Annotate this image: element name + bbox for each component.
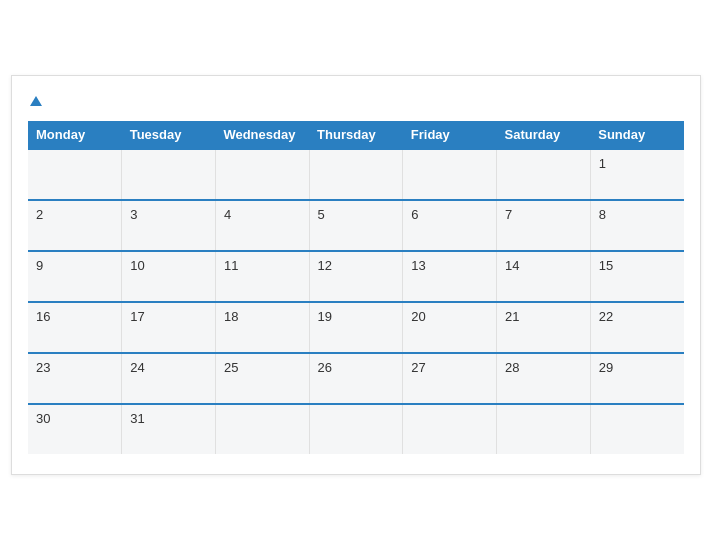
calendar-day-cell: 14 <box>497 251 591 302</box>
calendar-day-cell: 13 <box>403 251 497 302</box>
day-number: 10 <box>130 258 144 273</box>
calendar-day-cell <box>590 404 684 454</box>
calendar-day-cell: 28 <box>497 353 591 404</box>
calendar-day-cell: 18 <box>215 302 309 353</box>
calendar-week-row: 2345678 <box>28 200 684 251</box>
day-number: 27 <box>411 360 425 375</box>
calendar-day-cell: 12 <box>309 251 403 302</box>
calendar-week-row: 1 <box>28 149 684 200</box>
calendar-week-row: 16171819202122 <box>28 302 684 353</box>
calendar-container: MondayTuesdayWednesdayThursdayFridaySatu… <box>11 75 701 476</box>
day-number: 11 <box>224 258 238 273</box>
calendar-day-cell: 16 <box>28 302 122 353</box>
calendar-day-cell <box>309 404 403 454</box>
calendar-day-cell: 23 <box>28 353 122 404</box>
day-number: 19 <box>318 309 332 324</box>
day-number: 6 <box>411 207 418 222</box>
calendar-day-cell <box>309 149 403 200</box>
day-number: 26 <box>318 360 332 375</box>
calendar-day-cell: 24 <box>122 353 216 404</box>
calendar-day-cell: 1 <box>590 149 684 200</box>
day-number: 4 <box>224 207 231 222</box>
weekday-header-monday: Monday <box>28 121 122 149</box>
calendar-day-cell: 29 <box>590 353 684 404</box>
weekday-header-saturday: Saturday <box>497 121 591 149</box>
calendar-day-cell: 11 <box>215 251 309 302</box>
calendar-day-cell: 25 <box>215 353 309 404</box>
day-number: 2 <box>36 207 43 222</box>
day-number: 8 <box>599 207 606 222</box>
calendar-grid: MondayTuesdayWednesdayThursdayFridaySatu… <box>28 121 684 454</box>
weekday-header-sunday: Sunday <box>590 121 684 149</box>
day-number: 30 <box>36 411 50 426</box>
calendar-body: 1234567891011121314151617181920212223242… <box>28 149 684 454</box>
day-number: 28 <box>505 360 519 375</box>
calendar-day-cell: 20 <box>403 302 497 353</box>
weekday-header-wednesday: Wednesday <box>215 121 309 149</box>
calendar-day-cell: 26 <box>309 353 403 404</box>
calendar-day-cell: 2 <box>28 200 122 251</box>
calendar-day-cell <box>497 404 591 454</box>
calendar-day-cell: 6 <box>403 200 497 251</box>
weekday-header-tuesday: Tuesday <box>122 121 216 149</box>
day-number: 18 <box>224 309 238 324</box>
day-number: 20 <box>411 309 425 324</box>
day-number: 29 <box>599 360 613 375</box>
day-number: 3 <box>130 207 137 222</box>
weekday-header-friday: Friday <box>403 121 497 149</box>
calendar-day-cell: 5 <box>309 200 403 251</box>
calendar-day-cell <box>215 149 309 200</box>
calendar-day-cell: 3 <box>122 200 216 251</box>
calendar-day-cell <box>403 404 497 454</box>
day-number: 9 <box>36 258 43 273</box>
logo-area <box>28 92 42 110</box>
calendar-header <box>28 92 684 110</box>
calendar-week-row: 3031 <box>28 404 684 454</box>
day-number: 5 <box>318 207 325 222</box>
calendar-day-cell: 8 <box>590 200 684 251</box>
day-number: 24 <box>130 360 144 375</box>
weekday-header-thursday: Thursday <box>309 121 403 149</box>
calendar-day-cell: 9 <box>28 251 122 302</box>
day-number: 15 <box>599 258 613 273</box>
logo-triangle-icon <box>30 96 42 106</box>
calendar-day-cell: 21 <box>497 302 591 353</box>
calendar-day-cell: 27 <box>403 353 497 404</box>
day-number: 21 <box>505 309 519 324</box>
day-number: 13 <box>411 258 425 273</box>
calendar-day-cell <box>403 149 497 200</box>
day-number: 25 <box>224 360 238 375</box>
calendar-weekdays-header: MondayTuesdayWednesdayThursdayFridaySatu… <box>28 121 684 149</box>
calendar-day-cell: 31 <box>122 404 216 454</box>
calendar-day-cell: 15 <box>590 251 684 302</box>
day-number: 12 <box>318 258 332 273</box>
day-number: 22 <box>599 309 613 324</box>
day-number: 31 <box>130 411 144 426</box>
calendar-week-row: 9101112131415 <box>28 251 684 302</box>
calendar-day-cell <box>497 149 591 200</box>
calendar-day-cell: 10 <box>122 251 216 302</box>
calendar-day-cell <box>122 149 216 200</box>
calendar-day-cell: 4 <box>215 200 309 251</box>
logo-general <box>28 92 42 110</box>
day-number: 14 <box>505 258 519 273</box>
calendar-day-cell: 19 <box>309 302 403 353</box>
day-number: 1 <box>599 156 606 171</box>
calendar-week-row: 23242526272829 <box>28 353 684 404</box>
day-number: 7 <box>505 207 512 222</box>
calendar-day-cell <box>215 404 309 454</box>
day-number: 17 <box>130 309 144 324</box>
calendar-day-cell: 7 <box>497 200 591 251</box>
calendar-day-cell: 17 <box>122 302 216 353</box>
calendar-day-cell: 22 <box>590 302 684 353</box>
calendar-day-cell: 30 <box>28 404 122 454</box>
calendar-day-cell <box>28 149 122 200</box>
day-number: 16 <box>36 309 50 324</box>
day-number: 23 <box>36 360 50 375</box>
weekday-header-row: MondayTuesdayWednesdayThursdayFridaySatu… <box>28 121 684 149</box>
